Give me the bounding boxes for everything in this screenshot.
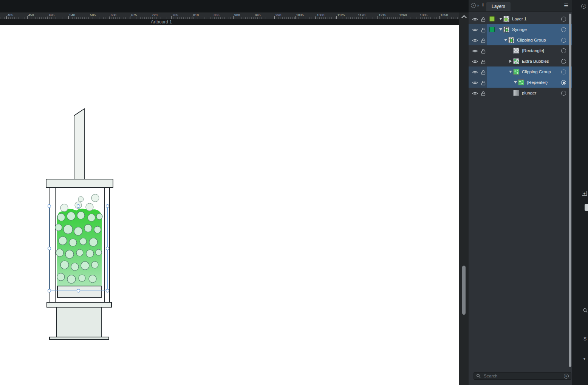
artboard-title[interactable]: Artboard 1 — [151, 19, 172, 25]
layer-color-chip — [489, 16, 495, 22]
layer-label[interactable]: Extra Bubbles — [522, 59, 549, 63]
layer-thumbnail[interactable] — [513, 48, 519, 54]
layer-thumbnail[interactable] — [513, 90, 519, 96]
bubble — [57, 273, 65, 281]
syringe-base[interactable] — [50, 337, 109, 340]
ruler-tick — [27, 16, 28, 19]
layer-label[interactable]: Clipping Group — [522, 70, 551, 74]
visibility-eye-icon[interactable] — [472, 37, 478, 44]
artboard-canvas[interactable] — [0, 25, 459, 385]
lock-icon[interactable] — [481, 48, 486, 55]
scrollbar-thumb[interactable] — [462, 266, 466, 315]
layer-thumbnail[interactable] — [513, 69, 519, 75]
collapse-arrow-icon[interactable] — [513, 77, 518, 88]
edit-target-icon[interactable] — [561, 38, 566, 43]
search-clear-icon[interactable]: ✕ — [564, 374, 569, 379]
selection-handle[interactable] — [106, 289, 109, 292]
layer-row[interactable]: {Rectangle} — [469, 45, 572, 56]
scroll-up-arrow-icon[interactable] — [461, 15, 467, 20]
layer-thumbnail[interactable] — [503, 16, 509, 22]
ruler-tick-label: 405 — [8, 13, 13, 17]
bubble — [57, 213, 65, 221]
window-close-icon[interactable]: ✕ — [581, 4, 586, 9]
layers-search-box[interactable]: ✕ — [473, 372, 571, 380]
layers-panel-scrollbar[interactable] — [569, 14, 571, 367]
selection-handle[interactable] — [77, 205, 80, 208]
layer-row[interactable]: Clipping Group — [469, 35, 572, 45]
visibility-eye-icon[interactable] — [472, 59, 478, 65]
layer-row[interactable]: Syringe — [469, 24, 572, 35]
collapse-arrow-icon[interactable] — [508, 66, 513, 77]
syringe-illustration[interactable] — [46, 109, 113, 340]
selection-handle[interactable] — [48, 247, 51, 250]
docked-panel-tab[interactable] — [585, 204, 588, 211]
layer-label[interactable]: plunger — [522, 91, 536, 95]
add-panel-icon[interactable]: + — [582, 191, 587, 196]
ruler-tick — [295, 16, 296, 19]
visibility-eye-icon[interactable] — [472, 69, 478, 76]
layer-label[interactable]: Syringe — [512, 27, 527, 32]
layer-row[interactable]: plunger — [469, 88, 572, 98]
expand-arrow-icon[interactable] — [508, 56, 513, 66]
bubble — [84, 224, 92, 232]
bubble — [91, 194, 99, 202]
lock-icon[interactable] — [481, 80, 486, 87]
edit-target-icon[interactable] — [561, 48, 566, 53]
search-input[interactable] — [483, 373, 562, 379]
lock-icon[interactable] — [481, 59, 486, 66]
layer-label[interactable]: Clipping Group — [517, 38, 546, 42]
layer-row[interactable]: Layer 1 — [469, 14, 572, 24]
visibility-eye-icon[interactable] — [472, 27, 478, 34]
panel-close-icon[interactable]: ✕ — [471, 3, 476, 8]
layer-row[interactable]: Extra Bubbles — [469, 56, 572, 66]
bubble — [94, 226, 101, 233]
layer-row[interactable]: Clipping Group — [469, 66, 572, 77]
visibility-eye-icon[interactable] — [472, 48, 478, 55]
layer-thumbnail[interactable] — [518, 79, 524, 85]
bubble — [77, 212, 85, 219]
layer-thumbnail[interactable] — [503, 26, 509, 32]
plunger-rod[interactable] — [74, 109, 84, 179]
bubble — [96, 249, 102, 255]
lock-icon[interactable] — [481, 38, 486, 45]
layer-label[interactable]: {Repeater} — [527, 80, 548, 85]
collapse-arrow-icon[interactable] — [498, 14, 503, 24]
layers-panel-header: ✕ » ‖ Layers ☰ — [469, 0, 572, 12]
selection-handle[interactable] — [77, 289, 80, 292]
lock-icon[interactable] — [481, 70, 486, 76]
selection-handle[interactable] — [48, 205, 51, 208]
layer-label[interactable]: Layer 1 — [512, 17, 526, 21]
edit-target-icon[interactable] — [561, 59, 566, 64]
barrel-bottom-flange[interactable] — [47, 302, 111, 307]
horizontal-ruler[interactable]: 4054504955405856306757207658108559009459… — [0, 12, 459, 19]
lock-icon[interactable] — [481, 27, 486, 34]
canvas[interactable] — [0, 25, 459, 385]
plunger-flange[interactable] — [46, 179, 113, 187]
lock-icon[interactable] — [481, 91, 486, 97]
edge-search-icon[interactable] — [583, 308, 588, 313]
edit-target-icon[interactable] — [561, 27, 566, 32]
vertical-scrollbar[interactable] — [459, 12, 469, 385]
edit-target-icon[interactable] — [561, 17, 566, 22]
tab-layers[interactable]: Layers — [486, 2, 511, 11]
selection-handle[interactable] — [106, 205, 109, 208]
selection-handle[interactable] — [106, 247, 109, 250]
edit-target-icon[interactable] — [561, 91, 566, 96]
layer-row[interactable]: {Repeater} — [469, 77, 572, 88]
collapse-arrow-icon[interactable] — [503, 35, 508, 45]
edge-chevron-down-icon[interactable]: ▼ — [583, 357, 586, 361]
visibility-eye-icon[interactable] — [472, 16, 478, 23]
syringe-grip[interactable] — [57, 307, 101, 337]
edit-target-icon[interactable] — [561, 70, 566, 74]
layer-thumbnail[interactable] — [513, 58, 519, 64]
panel-menu-icon[interactable]: ☰ — [564, 3, 568, 8]
layer-thumbnail[interactable] — [508, 37, 514, 43]
selection-handle[interactable] — [48, 289, 51, 292]
visibility-eye-icon[interactable] — [472, 80, 478, 87]
panel-collapse-icon[interactable]: » — [477, 3, 479, 8]
layer-label[interactable]: {Rectangle} — [522, 48, 544, 53]
lock-icon[interactable] — [481, 17, 486, 23]
visibility-eye-icon[interactable] — [472, 90, 478, 97]
collapse-arrow-icon[interactable] — [498, 24, 503, 35]
edit-target-active-icon[interactable] — [561, 80, 566, 85]
